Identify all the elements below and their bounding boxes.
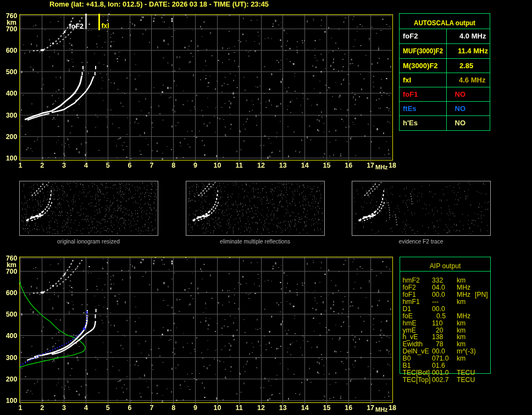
svg-text:DelN_vE: DelN_vE	[403, 347, 429, 355]
svg-text:AIP output: AIP output	[430, 262, 461, 270]
svg-text:5: 5	[106, 162, 110, 169]
svg-text:100: 100	[6, 154, 18, 162]
svg-text:7: 7	[149, 162, 153, 169]
svg-text:evidence F2 trace: evidence F2 trace	[399, 239, 444, 245]
svg-text:6: 6	[128, 404, 132, 412]
svg-text:TEC[Bot]: TEC[Bot]	[403, 369, 430, 377]
svg-text:[PN]: [PN]	[475, 291, 488, 298]
svg-text:hmE: hmE	[403, 319, 417, 327]
svg-text:foF1: foF1	[403, 291, 417, 298]
svg-text:002.7: 002.7	[432, 376, 449, 384]
svg-text:100: 100	[6, 397, 18, 405]
svg-text:16: 16	[345, 404, 352, 412]
svg-text:9: 9	[193, 404, 197, 412]
svg-text:200: 200	[6, 133, 18, 141]
svg-text:00.0: 00.0	[432, 347, 445, 355]
svg-text:hmF1: hmF1	[403, 298, 420, 306]
svg-text:MHz: MHz	[457, 284, 470, 291]
svg-text:km: km	[457, 298, 465, 306]
svg-text:11: 11	[236, 404, 243, 412]
svg-text:NO: NO	[455, 90, 466, 98]
svg-text:0.5: 0.5	[436, 312, 446, 320]
svg-text:fxI: fxI	[102, 22, 109, 30]
svg-text:hmF2: hmF2	[403, 276, 420, 284]
svg-text:500: 500	[6, 68, 18, 76]
svg-text:300: 300	[6, 112, 18, 119]
svg-text:138: 138	[432, 333, 444, 341]
svg-text:foF2: foF2	[403, 32, 418, 40]
svg-text:NO: NO	[455, 119, 466, 127]
svg-text:B0: B0	[403, 355, 411, 362]
svg-text:km: km	[457, 355, 465, 362]
svg-text:10: 10	[213, 404, 221, 412]
svg-text:AUTOSCALA output: AUTOSCALA output	[414, 19, 476, 27]
svg-text:20: 20	[436, 327, 444, 334]
svg-text:15: 15	[323, 404, 331, 412]
svg-text:fxI: fxI	[403, 76, 411, 84]
svg-text:D1: D1	[403, 305, 412, 313]
svg-text:00.0: 00.0	[432, 305, 445, 313]
svg-text:2: 2	[40, 404, 44, 412]
svg-text:04.0: 04.0	[432, 284, 445, 291]
svg-text:332: 332	[432, 276, 444, 284]
svg-text:78: 78	[436, 340, 444, 348]
svg-text:MUF(3000)F2: MUF(3000)F2	[403, 47, 443, 55]
svg-text:500: 500	[6, 311, 18, 318]
svg-text:MHz: MHz	[375, 406, 388, 413]
svg-text:15: 15	[323, 162, 331, 169]
svg-text:foE: foE	[403, 312, 413, 320]
svg-text:4.6 MHz: 4.6 MHz	[459, 76, 486, 84]
svg-text:1: 1	[19, 162, 23, 169]
svg-text:Ewidth: Ewidth	[403, 340, 423, 348]
svg-text:14: 14	[301, 162, 309, 169]
svg-text:4: 4	[84, 162, 88, 169]
svg-text:km: km	[457, 327, 465, 334]
svg-text:foF1: foF1	[403, 90, 418, 98]
svg-text:400: 400	[6, 332, 18, 340]
svg-text:2: 2	[40, 162, 44, 169]
svg-text:ftEs: ftEs	[403, 104, 417, 113]
svg-text:300: 300	[6, 354, 18, 362]
svg-text:foF2: foF2	[69, 23, 84, 30]
svg-text:01.6: 01.6	[432, 362, 445, 369]
svg-text:km: km	[457, 333, 465, 341]
svg-text:400: 400	[6, 90, 18, 97]
svg-text:MHz: MHz	[457, 312, 470, 320]
svg-text:ymE: ymE	[403, 327, 416, 334]
svg-text:km: km	[457, 340, 465, 348]
svg-text:m^(-3): m^(-3)	[457, 347, 476, 355]
svg-text:MHz: MHz	[375, 164, 388, 170]
svg-text:TECU: TECU	[457, 376, 475, 384]
svg-text:8: 8	[171, 404, 175, 412]
svg-text:12: 12	[257, 162, 265, 169]
svg-text:200: 200	[6, 375, 18, 383]
svg-text:Rome (lat: +41.8, lon: 012.5): Rome (lat: +41.8, lon: 012.5) - DATE: 20…	[49, 1, 269, 8]
svg-text:h_vE: h_vE	[403, 333, 418, 341]
svg-text:7: 7	[149, 404, 153, 412]
svg-text:18: 18	[389, 162, 396, 169]
svg-text:9: 9	[193, 162, 197, 169]
svg-text:1: 1	[19, 404, 23, 412]
svg-text:km: km	[7, 261, 16, 269]
svg-text:12: 12	[257, 404, 265, 412]
svg-text:14: 14	[301, 404, 309, 412]
svg-text:original ionogram resized: original ionogram resized	[57, 239, 120, 245]
svg-text:001.0: 001.0	[432, 369, 449, 377]
svg-text:4.0 MHz: 4.0 MHz	[459, 32, 486, 40]
svg-text:2.85: 2.85	[459, 62, 473, 70]
svg-text:11: 11	[236, 162, 243, 169]
svg-text:071.0: 071.0	[432, 355, 449, 362]
svg-text:13: 13	[279, 404, 287, 412]
svg-text:---: ---	[432, 298, 439, 306]
svg-text:11.4 MHz: 11.4 MHz	[458, 47, 488, 55]
svg-text:3: 3	[62, 404, 66, 412]
svg-text:18: 18	[389, 404, 396, 412]
svg-text:6: 6	[128, 162, 132, 169]
svg-text:600: 600	[6, 289, 18, 297]
svg-text:km: km	[457, 276, 465, 284]
svg-text:h'Es: h'Es	[403, 119, 418, 127]
svg-text:MHz: MHz	[457, 291, 470, 298]
svg-text:10: 10	[213, 162, 221, 169]
svg-text:km: km	[457, 319, 465, 327]
svg-text:M(3000)F2: M(3000)F2	[403, 62, 438, 70]
